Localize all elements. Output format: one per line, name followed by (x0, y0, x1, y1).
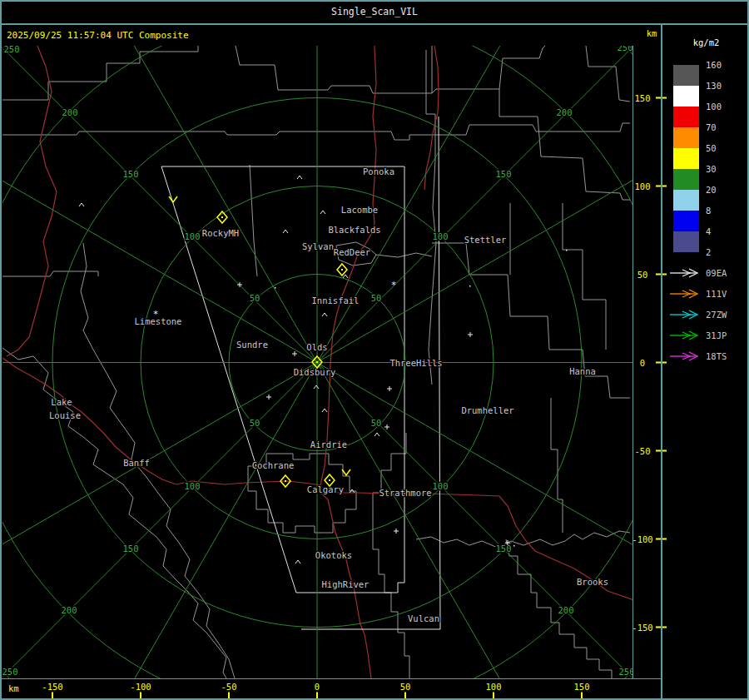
ring-distance-label: 200 (62, 107, 78, 117)
plus-marker-icon (387, 386, 392, 391)
county-boundary (416, 531, 630, 548)
bottom-axis-tick-label: 100 (477, 682, 510, 692)
right-axis-tick-label: -100 (626, 534, 659, 544)
city-label-airdrie: Airdrie (310, 439, 347, 449)
bottom-axis-tick-label: -150 (36, 682, 69, 692)
city-label-threehills: ThreeHills (389, 358, 442, 368)
radar-arrow-legend (670, 269, 697, 360)
dot-marker (275, 287, 276, 289)
dot-marker (469, 285, 471, 287)
ring-distance-label: 200 (62, 605, 77, 615)
plus-marker-icon (384, 424, 389, 429)
county-boundary (2, 271, 98, 276)
right-axis-tick-label: 0 (626, 358, 659, 368)
right-axis-tick-label: -150 (626, 623, 659, 633)
ring-distance-label: 200 (558, 605, 574, 615)
radar-id-label: 27ZW (706, 310, 727, 320)
county-boundary (2, 123, 630, 140)
city-label-lacombe: Lacombe (341, 205, 378, 215)
legend-scale-value: 20 (706, 185, 717, 195)
caret-marker-icon (322, 409, 327, 412)
caret-marker-icon (314, 385, 319, 389)
legend-scale-value: 8 (706, 206, 711, 216)
radial-line-30 (317, 0, 550, 363)
city-label-reddeer: RedDeer (334, 247, 370, 257)
ring-distance-label: 100 (433, 231, 449, 241)
radar-site-dot (341, 269, 343, 271)
legend-scale-value: 2 (706, 247, 711, 257)
dot-marker (566, 250, 568, 251)
plus-marker-icon (292, 351, 297, 356)
ring-distance-label: 100 (185, 231, 201, 241)
city-label-olds: Olds (306, 342, 327, 352)
highway-road (7, 46, 57, 356)
radar-site-dot (316, 361, 318, 363)
caret-marker-icon (322, 313, 327, 316)
right-axis-tick-label: 50 (626, 270, 659, 280)
motion-vector-arrow-icon (169, 196, 177, 202)
city-label-sundre: Sundre (236, 340, 268, 350)
radial-line-45 (317, 33, 647, 363)
city-label-rockymh: RockyMH (202, 228, 239, 238)
window-border-left (0, 0, 2, 700)
plus-marker-icon (394, 529, 399, 534)
city-label-blackfalds: Blackfalds (328, 225, 380, 235)
city-label-highriver: HighRiver (322, 579, 370, 589)
titlebar-separator (0, 23, 749, 25)
caret-marker-icon (374, 433, 379, 436)
range-ring-250km (0, 0, 749, 700)
ring-distance-label: 100 (185, 481, 201, 491)
radar-site-dot (285, 480, 286, 482)
ring-distance-label: 150 (496, 169, 512, 179)
radar-id-label: 111V (706, 289, 727, 299)
ring-distance-label: 150 (123, 544, 139, 554)
county-boundary (236, 46, 545, 93)
legend-scale-value: 160 (706, 60, 722, 70)
city-label-brooks: Brooks (577, 577, 608, 587)
legend-swatch (673, 211, 699, 231)
legend-scale-value: 50 (706, 143, 717, 153)
caret-marker-icon (295, 560, 300, 563)
radar-map[interactable]: 5050505010010010010015015015015020020020… (0, 0, 749, 700)
ring-distance-label: 200 (557, 107, 573, 117)
bottom-axis-tick-label: 150 (565, 682, 598, 692)
star-marker-icon: * (153, 309, 159, 320)
legend-scale-value: 70 (706, 122, 717, 132)
plus-marker-icon (266, 395, 271, 400)
radar-application-window: Single_Scan_VIL 2025/09/25 11:57:04 UTC … (0, 0, 749, 700)
legend-swatch (673, 127, 699, 148)
ring-distance-label: 150 (496, 544, 512, 554)
bottom-axis-tick-label: -50 (212, 682, 246, 692)
right-axis-tick-label: 100 (626, 181, 659, 191)
ring-distance-label: 50 (250, 293, 260, 303)
city-label-calgary: Calgary (307, 484, 344, 494)
city-label-ponoka: Ponoka (363, 166, 394, 176)
caret-marker-icon (320, 211, 325, 214)
city-label-strathmore: Strathmore (379, 488, 431, 498)
city-label-louise: Louise (49, 410, 81, 420)
county-boundary (563, 203, 606, 350)
map-bottom-border (0, 678, 662, 679)
ring-distance-label: 150 (123, 169, 139, 179)
legend-swatch (673, 86, 699, 107)
bottom-axis-tick-label: 0 (300, 682, 334, 692)
map-layers: 5050505010010010010015015015015020020020… (0, 0, 749, 700)
radar-site-dot (221, 216, 223, 218)
city-label-stettler: Stettler (464, 235, 507, 245)
legend-swatch (673, 190, 699, 211)
radar-site-dot (329, 479, 330, 481)
city-label-didsbury: Didsbury (294, 367, 336, 377)
ring-distance-label: 50 (371, 293, 382, 303)
city-label-cochrane: Cochrane (252, 460, 295, 470)
right-axis-tick-label: -50 (626, 446, 659, 456)
city-label-vulcan: Vulcan (408, 613, 439, 623)
county-boundary (426, 50, 436, 385)
caret-marker-icon (79, 203, 84, 206)
county-boundary (250, 165, 257, 276)
radar-id-label: 18TS (706, 351, 727, 361)
radial-line-330 (84, 0, 317, 363)
legend-scale-value: 4 (706, 226, 711, 236)
legend-swatch (673, 148, 699, 169)
radial-line-225 (0, 363, 317, 693)
right-axis-tick-label: 150 (626, 93, 659, 103)
